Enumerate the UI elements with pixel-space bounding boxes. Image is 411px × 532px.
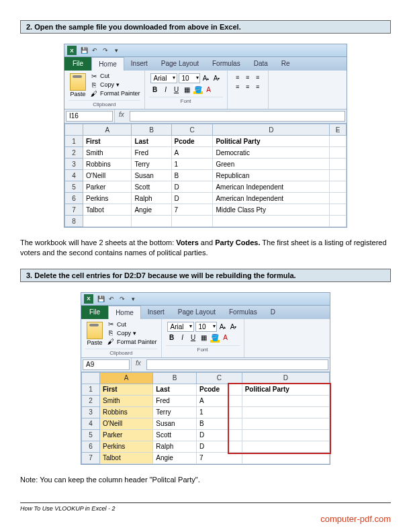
- cell[interactable]: [330, 170, 347, 181]
- cell[interactable]: [330, 159, 347, 170]
- cell[interactable]: First: [100, 384, 153, 395]
- font-name-select[interactable]: Arial: [150, 73, 177, 83]
- bold-button[interactable]: B: [150, 85, 160, 94]
- border-icon[interactable]: ▦: [183, 85, 192, 94]
- font-size-select[interactable]: 10: [195, 322, 217, 332]
- cell[interactable]: [171, 216, 213, 227]
- save-icon[interactable]: 💾: [96, 294, 105, 304]
- increase-font-icon[interactable]: A▴: [201, 74, 211, 83]
- row-header[interactable]: 2: [82, 395, 100, 406]
- cell[interactable]: 1: [171, 159, 213, 170]
- cell[interactable]: Terry: [132, 159, 171, 170]
- increase-font-icon[interactable]: A▴: [218, 322, 228, 331]
- cell[interactable]: [330, 193, 347, 204]
- font-color-icon[interactable]: A: [204, 85, 214, 94]
- cell[interactable]: Susan: [153, 418, 197, 429]
- copy-button[interactable]: Copy: [100, 81, 114, 88]
- cell[interactable]: D: [171, 193, 213, 204]
- align-bottom-icon[interactable]: ≡: [253, 73, 263, 81]
- row-header[interactable]: 4: [65, 170, 83, 181]
- cell[interactable]: Talbot: [100, 452, 153, 463]
- redo-icon[interactable]: ↷: [101, 46, 110, 55]
- column-header[interactable]: B: [153, 372, 197, 384]
- format-painter-button[interactable]: Format Painter: [117, 339, 157, 345]
- cell[interactable]: Ralph: [153, 441, 197, 452]
- cell[interactable]: [330, 147, 347, 159]
- save-icon[interactable]: 💾: [79, 46, 89, 55]
- name-box[interactable]: A9: [83, 359, 130, 370]
- data-tab[interactable]: Data: [247, 57, 275, 71]
- bold-button[interactable]: B: [167, 333, 177, 343]
- cell[interactable]: [83, 216, 132, 227]
- undo-icon[interactable]: ↶: [90, 46, 99, 55]
- home-tab[interactable]: Home: [108, 306, 141, 319]
- cell[interactable]: Parker: [83, 181, 132, 193]
- format-painter-icon[interactable]: 🖌: [90, 89, 98, 97]
- row-header[interactable]: 2: [65, 147, 83, 159]
- cell[interactable]: Political Party: [213, 136, 330, 147]
- formulas-tab[interactable]: Formulas: [222, 306, 264, 319]
- cell[interactable]: Perkins: [83, 193, 132, 204]
- cell[interactable]: Robbins: [100, 406, 153, 418]
- page-layout-tab[interactable]: Page Layout: [171, 306, 222, 319]
- fx-icon[interactable]: fx: [131, 358, 145, 371]
- column-header[interactable]: E: [330, 124, 347, 136]
- formulas-tab[interactable]: Formulas: [205, 57, 247, 71]
- qat-dropdown-icon[interactable]: ▾: [128, 294, 138, 304]
- cell[interactable]: B: [171, 170, 213, 181]
- cell[interactable]: Pcode: [171, 136, 213, 147]
- cell[interactable]: Parker: [100, 429, 153, 441]
- format-painter-icon[interactable]: 🖌: [107, 338, 115, 346]
- corner-cell[interactable]: [82, 372, 100, 384]
- row-header[interactable]: 5: [82, 429, 100, 441]
- row-header[interactable]: 1: [65, 136, 83, 147]
- cell[interactable]: Smith: [100, 395, 153, 406]
- redo-icon[interactable]: ↷: [118, 294, 127, 304]
- paste-icon[interactable]: [87, 322, 103, 339]
- row-header[interactable]: 6: [65, 193, 83, 204]
- column-header[interactable]: A: [100, 372, 153, 384]
- column-header[interactable]: A: [83, 124, 132, 136]
- align-middle-icon[interactable]: ≡: [243, 73, 253, 81]
- cell[interactable]: Smith: [83, 147, 132, 159]
- cell[interactable]: O'Neill: [100, 418, 153, 429]
- cell[interactable]: Green: [213, 159, 330, 170]
- copy-button[interactable]: Copy: [117, 330, 131, 337]
- font-name-select[interactable]: Arial: [167, 322, 194, 332]
- cell[interactable]: Democratic: [213, 147, 330, 159]
- column-header[interactable]: D: [213, 124, 330, 136]
- column-header[interactable]: C: [197, 372, 242, 384]
- row-header[interactable]: 6: [82, 441, 100, 452]
- cell[interactable]: Fred: [132, 147, 171, 159]
- home-tab[interactable]: Home: [91, 57, 124, 71]
- copy-icon[interactable]: ⎘: [90, 81, 98, 89]
- align-right-icon[interactable]: ≡: [253, 83, 263, 91]
- data-tab-cut[interactable]: D: [264, 306, 282, 319]
- decrease-font-icon[interactable]: A▾: [212, 74, 222, 83]
- decrease-font-icon[interactable]: A▾: [229, 322, 238, 331]
- cell[interactable]: Middle Class Pty: [213, 204, 330, 216]
- align-center-icon[interactable]: ≡: [243, 83, 253, 91]
- italic-button[interactable]: I: [178, 333, 187, 343]
- row-header[interactable]: 7: [65, 204, 83, 216]
- file-tab[interactable]: File: [64, 57, 91, 71]
- cell[interactable]: First: [83, 136, 132, 147]
- column-header[interactable]: C: [171, 124, 213, 136]
- cell[interactable]: [330, 204, 347, 216]
- qat-dropdown-icon[interactable]: ▾: [111, 46, 121, 55]
- row-header[interactable]: 4: [82, 418, 100, 429]
- cut-button[interactable]: Cut: [117, 321, 126, 328]
- cell[interactable]: Susan: [132, 170, 171, 181]
- cell[interactable]: [330, 136, 347, 147]
- column-header[interactable]: B: [132, 124, 171, 136]
- cell[interactable]: Last: [153, 384, 197, 395]
- underline-button[interactable]: U: [189, 333, 198, 343]
- formula-bar[interactable]: [146, 359, 328, 370]
- row-header[interactable]: 3: [82, 406, 100, 418]
- cell[interactable]: A: [171, 147, 213, 159]
- insert-tab[interactable]: Insert: [141, 306, 171, 319]
- name-box[interactable]: I16: [66, 111, 113, 122]
- row-header[interactable]: 7: [82, 452, 100, 463]
- cell[interactable]: [330, 181, 347, 193]
- align-top-icon[interactable]: ≡: [233, 73, 242, 81]
